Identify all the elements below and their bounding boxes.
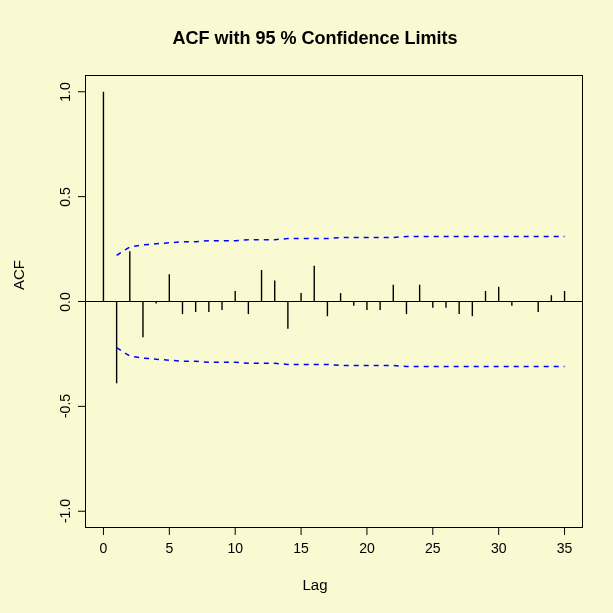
x-tick-label: 10 <box>227 540 243 556</box>
x-tick-label: 30 <box>491 540 507 556</box>
x-tick-label: 35 <box>557 540 573 556</box>
x-tick-label: 15 <box>293 540 309 556</box>
x-tick-label: 5 <box>165 540 173 556</box>
plot-svg <box>0 0 613 613</box>
y-tick-label: -1.0 <box>57 499 73 523</box>
y-tick-label: -0.5 <box>57 394 73 418</box>
y-tick-label: 1.0 <box>57 82 73 101</box>
y-tick-label: 0.5 <box>57 187 73 206</box>
x-tick-label: 0 <box>100 540 108 556</box>
x-tick-label: 20 <box>359 540 375 556</box>
chart-container: ACF with 95 % Confidence Limits ACF Lag … <box>0 0 613 613</box>
y-tick-label: 0.0 <box>57 292 73 311</box>
x-tick-label: 25 <box>425 540 441 556</box>
